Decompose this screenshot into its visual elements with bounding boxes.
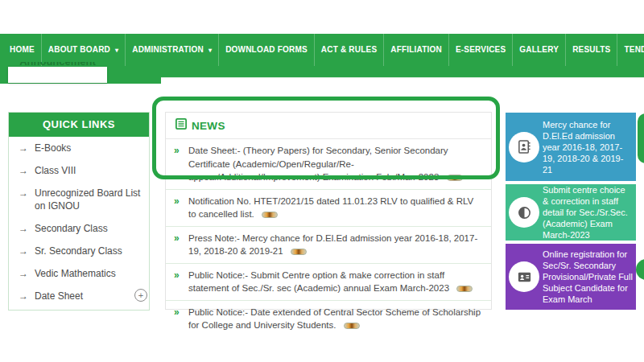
- new-badge-icon: [456, 286, 473, 292]
- nav-menu-item[interactable]: AFFILIATION ▾: [384, 34, 449, 66]
- quick-link-label: Sr. Secondary Class: [35, 245, 122, 257]
- quick-link-label: Unrecognized Board List on IGNOU: [35, 187, 140, 212]
- arrow-right-icon: →: [19, 187, 28, 200]
- news-item-text: Public Notice:- Submit Centre option & m…: [188, 270, 449, 294]
- arrow-right-icon: →: [19, 142, 28, 154]
- quick-link-label: Vedic Mathematics: [35, 268, 116, 279]
- quick-link-item[interactable]: → E-Books +: [9, 137, 149, 159]
- notice-tile[interactable]: Mercy chance for D.El.Ed admission year …: [506, 113, 636, 181]
- nav-menu-item[interactable]: HOME ▾: [3, 34, 42, 66]
- quick-link-label: Date Sheet: [35, 290, 83, 302]
- news-item-link[interactable]: » Public Notice:- Date extended of Centr…: [166, 300, 491, 337]
- nav-menu-item[interactable]: TENDERS ▾: [617, 34, 644, 66]
- edge-round-button[interactable]: [636, 259, 644, 280]
- nav-menu-item-label: ABOUT BOARD: [48, 45, 110, 54]
- news-list: » Date Sheet:- (Theory Papers) for Secon…: [166, 139, 491, 337]
- notice-text: Mercy chance for D.El.Ed admission year …: [543, 119, 633, 175]
- announcement-dropdown-item[interactable]: Announcement: [8, 67, 107, 83]
- notice-icon-circle: [509, 132, 539, 162]
- nav-menu-item[interactable]: GALLERY ▾: [513, 34, 566, 66]
- quick-links-panel: QUICK LINKS → E-Books + → Class VIII + →…: [8, 112, 150, 311]
- nav-menu-item-label: RESULTS: [572, 45, 610, 54]
- chevron-down-icon: ▾: [115, 47, 118, 54]
- contrast-icon: [517, 205, 532, 220]
- chevron-double-right-icon: »: [174, 306, 180, 319]
- news-panel: NEWS » Date Sheet:- (Theory Papers) for …: [165, 112, 492, 310]
- nav-menu-item-label: GALLERY: [519, 45, 559, 54]
- arrow-right-icon: →: [19, 290, 28, 302]
- nav-menu-item[interactable]: RESULTS ▾: [566, 34, 617, 66]
- expand-plus-icon[interactable]: +: [134, 289, 147, 302]
- nav-menu-item[interactable]: ACT & RULES ▾: [315, 34, 384, 66]
- news-item-link[interactable]: » Notification No. HTET/2021/15 dated 11…: [166, 189, 491, 226]
- chevron-double-right-icon: »: [174, 195, 180, 208]
- notice-tiles: Mercy chance for D.El.Ed admission year …: [506, 113, 636, 313]
- announcement-clipped-text: Announcement: [8, 62, 107, 67]
- nav-menu-item-label: ADMINISTRATION: [132, 45, 204, 54]
- news-header: NEWS: [166, 113, 491, 139]
- nav-menu-item[interactable]: E-SERVICES ▾: [449, 34, 513, 66]
- nav-menu-item[interactable]: DOWNLOAD FORMS ▾: [219, 34, 315, 66]
- arrow-right-icon: →: [19, 222, 28, 235]
- edge-slider-tab[interactable]: [638, 113, 644, 163]
- news-item-link[interactable]: » Date Sheet:- (Theory Papers) for Secon…: [166, 139, 491, 189]
- notice-tile[interactable]: Submit centre choice & correction in sta…: [506, 184, 636, 241]
- quick-link-item[interactable]: → Date Sheet +: [9, 285, 149, 307]
- notice-tile[interactable]: Online registration for Sec/Sr. Secondar…: [506, 244, 636, 310]
- address-book-icon: [517, 139, 532, 154]
- arrow-right-icon: →: [19, 245, 28, 257]
- arrow-right-icon: →: [19, 164, 28, 177]
- quick-link-label: E-Books: [35, 142, 71, 154]
- nav-menu-item-label: E-SERVICES: [456, 45, 506, 54]
- news-item-link[interactable]: » Public Notice:- Submit Centre option &…: [166, 263, 491, 300]
- chevron-double-right-icon: »: [174, 144, 180, 158]
- quick-link-item[interactable]: → Class VIII +: [9, 159, 149, 182]
- nav-menu-item-label: AFFILIATION: [390, 45, 442, 54]
- notice-text: Online registration for Sec/Sr. Secondar…: [543, 249, 633, 305]
- nav-menu-item-label: DOWNLOAD FORMS: [225, 45, 308, 54]
- chevron-double-right-icon: »: [174, 269, 180, 282]
- quick-links-title: QUICK LINKS: [9, 113, 149, 137]
- notice-icon-circle: [509, 197, 539, 228]
- news-item-text: Press Note:- Mercy chance for D.El.Ed ad…: [188, 233, 477, 257]
- quick-link-item[interactable]: → Vedic Mathematics +: [9, 262, 149, 285]
- chevron-down-icon: ▾: [208, 47, 212, 54]
- nav-menu-item-label: TENDERS: [624, 45, 644, 54]
- quick-link-item[interactable]: → Sr. Secondary Class +: [9, 240, 149, 262]
- id-card-icon: [517, 269, 532, 285]
- news-item-text: Date Sheet:- (Theory Papers) for Seconda…: [188, 146, 448, 182]
- quick-link-label: Secondary Class: [35, 223, 108, 234]
- nav-menu-item[interactable]: ABOUT BOARD ▾: [42, 34, 126, 66]
- chevron-double-right-icon: »: [174, 232, 180, 245]
- new-badge-icon: [344, 323, 360, 329]
- notice-icon-circle: [509, 261, 539, 292]
- quick-link-label: Class VIII: [35, 165, 76, 176]
- board-website-page: HOME ▾ ABOUT BOARD ▾ ADMINISTRATION ▾ DO…: [0, 0, 644, 362]
- news-list-icon: [175, 118, 187, 133]
- arrow-right-icon: →: [19, 267, 28, 280]
- nav-menu-item[interactable]: ADMINISTRATION ▾: [126, 34, 219, 66]
- news-item-text: Public Notice:- Date extended of Central…: [188, 307, 481, 331]
- notice-text: Submit centre choice & correction in sta…: [543, 184, 633, 241]
- nav-menu-item-label: HOME: [10, 45, 35, 54]
- news-item-text: Notification No. HTET/2021/15 dated 11.0…: [188, 196, 473, 220]
- quick-links-list: → E-Books + → Class VIII + → Unrecognize…: [9, 137, 149, 307]
- news-title: NEWS: [192, 120, 225, 132]
- quick-link-item[interactable]: → Unrecognized Board List on IGNOU +: [9, 182, 149, 217]
- new-badge-icon: [447, 175, 463, 181]
- news-item-link[interactable]: » Press Note:- Mercy chance for D.El.Ed …: [166, 226, 491, 263]
- nav-menu-item-label: ACT & RULES: [321, 45, 377, 54]
- new-badge-icon: [291, 249, 307, 255]
- new-badge-icon: [262, 212, 278, 218]
- quick-link-item[interactable]: → Secondary Class +: [9, 217, 149, 240]
